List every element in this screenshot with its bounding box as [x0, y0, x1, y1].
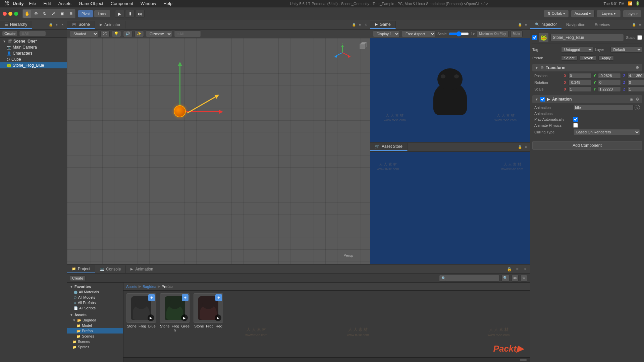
- menu-window[interactable]: Window: [139, 1, 158, 6]
- menu-edit[interactable]: Edit: [41, 1, 53, 6]
- transform-menu-icon[interactable]: ⚙: [636, 65, 639, 70]
- rot-z-input[interactable]: [628, 80, 644, 85]
- inspector-menu-icon[interactable]: ≡: [637, 22, 643, 27]
- all-materials-item[interactable]: ⬤ All Materials: [67, 289, 123, 295]
- hierarchy-create-btn[interactable]: Create: [2, 31, 18, 36]
- culling-type-dropdown[interactable]: Based On Renderers Always Animate Cull C…: [573, 129, 640, 135]
- rotate-tool-btn[interactable]: ↻: [41, 10, 49, 18]
- menu-assets[interactable]: Assets: [56, 1, 73, 6]
- all-models-item[interactable]: ⬡ All Models: [67, 295, 123, 300]
- multi-tool-btn[interactable]: ⊞: [67, 10, 75, 18]
- shading-dropdown[interactable]: Shaded Wireframe: [70, 31, 98, 37]
- selected-object-gizmo[interactable]: [174, 105, 186, 117]
- navigation-tab[interactable]: Navigation: [561, 21, 590, 28]
- animation-value-field[interactable]: [573, 105, 634, 110]
- scene-panel-close-icon[interactable]: ×: [363, 22, 369, 27]
- layers-btn[interactable]: Layers ▾: [597, 10, 621, 18]
- hand-tool-btn[interactable]: ✋: [23, 10, 31, 18]
- hierarchy-item-stone-frog-blue[interactable]: 🐸 Stone_Frog_Blue: [0, 62, 67, 68]
- rot-x-input[interactable]: [569, 80, 591, 85]
- mute-btn[interactable]: Mute: [511, 31, 523, 37]
- hierarchy-lock-icon[interactable]: 🔒: [48, 22, 53, 27]
- project-hscrollbar[interactable]: [123, 359, 530, 361]
- scale-z-input[interactable]: [628, 86, 644, 92]
- select-btn[interactable]: Select: [561, 55, 578, 61]
- pos-x-input[interactable]: [569, 73, 591, 78]
- object-name-field[interactable]: [550, 34, 624, 41]
- rot-y-input[interactable]: [598, 80, 621, 85]
- pos-z-input[interactable]: [628, 73, 644, 78]
- collab-btn[interactable]: ⇅ Collab ▾: [544, 10, 569, 18]
- prefab-folder-item[interactable]: 📂 Prefab: [67, 328, 123, 334]
- hierarchy-item-main-camera[interactable]: 📷 Main Camera: [0, 44, 67, 50]
- aspect-dropdown[interactable]: Free Aspect: [402, 31, 435, 37]
- animate-physics-checkbox[interactable]: [573, 123, 578, 128]
- static-checkbox[interactable]: [637, 35, 642, 40]
- bottom-lock-icon[interactable]: 🔒: [506, 266, 513, 273]
- scale-x-input[interactable]: [569, 86, 591, 92]
- project-tab[interactable]: 📁 Project: [67, 265, 95, 273]
- bottom-menu-icon[interactable]: ≡: [514, 266, 521, 273]
- model-folder-item[interactable]: 📁 Model: [67, 323, 123, 328]
- sprites-folder-item[interactable]: 📁 Sprites: [67, 344, 123, 350]
- bagidea-folder-item[interactable]: ▼ 📂 BagIdea: [67, 317, 123, 323]
- 2d-btn[interactable]: 2D: [100, 31, 110, 37]
- search-star-btn[interactable]: ☆: [521, 275, 527, 282]
- scale-y-input[interactable]: [598, 86, 621, 92]
- asset-plus-btn-2[interactable]: +: [182, 294, 189, 301]
- local-btn[interactable]: Local: [94, 10, 110, 18]
- window-maximize-btn[interactable]: [14, 12, 18, 16]
- rect-tool-btn[interactable]: ▣: [58, 10, 66, 18]
- revert-btn[interactable]: Revert: [580, 55, 596, 61]
- hierarchy-item-characters[interactable]: 👤 Characters: [0, 50, 67, 56]
- console-tab[interactable]: 💻 Console: [95, 265, 126, 273]
- animation-menu-btn[interactable]: ⚙: [636, 97, 639, 102]
- scale-tool-btn[interactable]: ⤢: [49, 10, 57, 18]
- scene-search[interactable]: [174, 31, 201, 37]
- menu-gameobject[interactable]: GameObject: [77, 1, 105, 6]
- play-btn[interactable]: ▶: [115, 10, 124, 18]
- object-active-checkbox[interactable]: [532, 35, 537, 40]
- animation-circle-icon[interactable]: ⊙: [635, 105, 640, 110]
- pivot-btn[interactable]: Pivot: [78, 10, 93, 18]
- asset-stone-frog-blue[interactable]: + ▶ Stone_Frog_Blue: [126, 293, 156, 328]
- asset-store-tab[interactable]: 🛒 Asset Store: [370, 143, 408, 151]
- animator-tab[interactable]: ▶ Animator: [95, 21, 125, 28]
- scene-audio-btn[interactable]: 🔊: [123, 31, 132, 37]
- gizmos-dropdown[interactable]: Gizmos▾: [146, 31, 172, 37]
- asset-play-btn-1[interactable]: ▶: [148, 314, 154, 321]
- layout-btn[interactable]: Layout: [623, 10, 641, 18]
- asset-store-menu-icon[interactable]: ≡: [523, 144, 529, 149]
- search-filter-btn[interactable]: 🔍: [501, 275, 509, 282]
- assets-section-header[interactable]: ▼ Assets: [67, 312, 123, 317]
- play-automatically-checkbox[interactable]: [573, 117, 578, 122]
- project-search-input[interactable]: [439, 275, 499, 282]
- layer-dropdown[interactable]: Default UI Water: [610, 47, 642, 53]
- account-btn[interactable]: Account ▾: [571, 10, 595, 18]
- animation-bottom-tab[interactable]: ▶ Animation: [126, 265, 158, 273]
- apply-btn[interactable]: Apply: [598, 55, 614, 61]
- asset-play-btn-3[interactable]: ▶: [215, 314, 221, 321]
- inspector-lock-icon[interactable]: 🔒: [631, 22, 637, 27]
- hierarchy-tab[interactable]: ☰ Hierarchy: [0, 21, 32, 29]
- animation-expand-btn[interactable]: ⊞: [630, 97, 634, 102]
- all-scripts-item[interactable]: 📄 All Scripts: [67, 305, 123, 311]
- asset-store-lock-icon[interactable]: 🔒: [517, 144, 523, 149]
- bagidea-scenes-folder-item[interactable]: 📁 Scenes: [67, 334, 123, 339]
- hierarchy-item-cube[interactable]: ⬡ Cube: [0, 56, 67, 62]
- breadcrumb-bagidea[interactable]: BagIdea: [143, 285, 156, 289]
- menu-component[interactable]: Component: [109, 1, 135, 6]
- window-close-btn[interactable]: [3, 12, 7, 16]
- inspector-tab[interactable]: 🔍 Inspector: [530, 21, 561, 29]
- move-tool-btn[interactable]: ⊕: [32, 10, 40, 18]
- scene-tab[interactable]: 🎮 Scene: [67, 21, 95, 29]
- scene-fx-btn[interactable]: ✨: [135, 31, 144, 37]
- hierarchy-menu-icon[interactable]: ≡: [54, 22, 59, 27]
- window-minimize-btn[interactable]: [8, 12, 12, 16]
- asset-plus-btn-3[interactable]: +: [215, 294, 222, 301]
- scale-slider[interactable]: [449, 32, 469, 36]
- animation-enabled-checkbox[interactable]: [540, 97, 545, 102]
- pos-y-input[interactable]: [598, 73, 621, 78]
- step-btn[interactable]: ⏭: [135, 10, 145, 18]
- menu-file[interactable]: File: [27, 1, 38, 6]
